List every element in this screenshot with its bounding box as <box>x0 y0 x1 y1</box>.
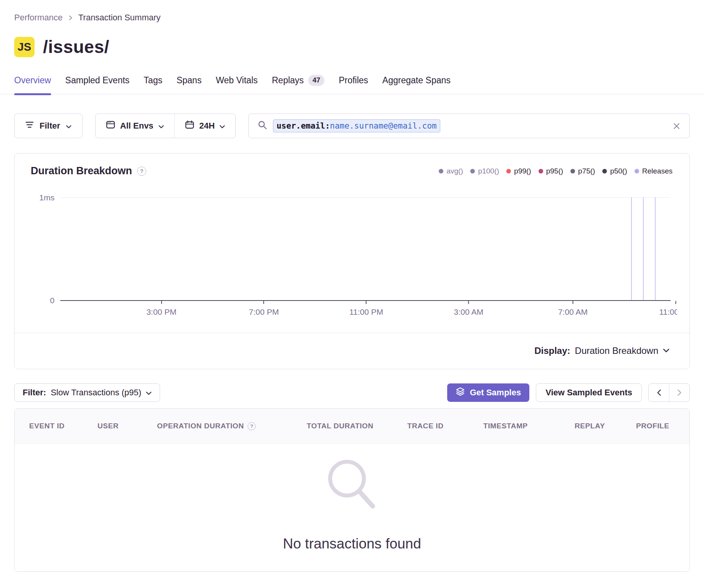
legend-item-p100[interactable]: p100() <box>470 167 499 175</box>
title-row: JS /issues/ <box>0 36 704 57</box>
release-marker-line[interactable] <box>631 197 632 301</box>
transactions-table: EVENT ID USER OPERATION DURATION ? TOTAL… <box>14 408 690 572</box>
help-icon[interactable]: ? <box>137 167 146 176</box>
chevron-down-icon <box>220 121 225 131</box>
legend-dot <box>470 169 475 173</box>
display-value: Duration Breakdown <box>575 345 658 356</box>
x-tick: 11:00 PM <box>349 301 383 317</box>
help-icon[interactable]: ? <box>248 422 256 430</box>
column-header-replay: REPLAY <box>575 422 636 430</box>
env-date-group: All Envs 24H <box>95 114 236 138</box>
legend-dot <box>602 169 607 173</box>
transaction-filter-selector[interactable]: Filter: Slow Transactions (p95) <box>14 383 160 402</box>
filter-button[interactable]: Filter <box>14 114 83 138</box>
legend-dot <box>635 169 639 173</box>
window-icon <box>106 121 115 131</box>
previous-page-button[interactable] <box>649 384 669 401</box>
x-tick: 7:00 AM <box>558 301 588 317</box>
search-icon <box>258 121 267 131</box>
tab-tags[interactable]: Tags <box>144 75 162 94</box>
chart-legend: avg() p100() p99() p95() p75() p50() Rel… <box>439 167 673 175</box>
chevron-down-icon <box>159 121 164 131</box>
legend-item-p99[interactable]: p99() <box>506 167 531 175</box>
chevron-right-icon <box>677 389 682 396</box>
x-tick: 7:00 PM <box>249 301 279 317</box>
column-header-user: USER <box>98 422 157 430</box>
transaction-filter-label: Filter: <box>23 388 46 398</box>
x-tick: 3:00 PM <box>146 301 176 317</box>
legend-item-p95[interactable]: p95() <box>539 167 563 175</box>
tab-sampled-events[interactable]: Sampled Events <box>65 75 129 94</box>
search-token[interactable]: user.email:name.surname@email.com <box>273 119 440 132</box>
search-input[interactable]: user.email:name.surname@email.com <box>248 114 690 138</box>
legend-item-p50[interactable]: p50() <box>602 167 627 175</box>
page-title: /issues/ <box>43 36 109 57</box>
legend-dot <box>539 169 543 173</box>
empty-search-icon <box>323 456 381 518</box>
column-header-event-id: EVENT ID <box>29 422 98 430</box>
legend-dot <box>570 169 575 173</box>
column-header-profile: PROFILE <box>636 422 675 430</box>
chevron-down-icon <box>66 121 71 131</box>
date-range-selector[interactable]: 24H <box>175 114 235 138</box>
samples-toolbar: Filter: Slow Transactions (p95) Get Samp… <box>14 383 690 402</box>
column-header-operation-duration: OPERATION DURATION ? <box>157 422 307 430</box>
chevron-down-icon <box>146 388 152 398</box>
tab-overview[interactable]: Overview <box>14 75 51 94</box>
environment-selector[interactable]: All Envs <box>96 114 174 138</box>
chevron-left-icon <box>657 389 661 396</box>
next-page-button[interactable] <box>669 384 689 401</box>
pagination <box>648 383 690 402</box>
replays-count-badge: 47 <box>308 75 324 86</box>
legend-dot <box>439 169 443 173</box>
legend-dot <box>506 169 511 173</box>
transaction-filter-value: Slow Transactions (p95) <box>51 388 141 398</box>
tab-bar: Overview Sampled Events Tags Spans Web V… <box>0 75 704 94</box>
column-header-trace-id: TRACE ID <box>407 422 483 430</box>
legend-item-p75[interactable]: p75() <box>570 167 595 175</box>
tab-spans[interactable]: Spans <box>177 75 202 94</box>
tab-web-vitals[interactable]: Web Vitals <box>216 75 258 94</box>
search-token-value: name.surname@email.com <box>330 121 437 130</box>
tab-aggregate-spans[interactable]: Aggregate Spans <box>382 75 451 94</box>
tab-replays[interactable]: Replays 47 <box>272 75 324 94</box>
legend-item-releases[interactable]: Releases <box>635 167 673 175</box>
release-marker-line[interactable] <box>643 197 644 301</box>
x-tick: 11:00 AM <box>659 301 677 317</box>
close-icon <box>673 122 680 130</box>
environment-label: All Envs <box>120 121 154 131</box>
column-header-timestamp: TIMESTAMP <box>483 422 575 430</box>
chart-title: Duration Breakdown <box>31 165 132 177</box>
gridline <box>60 197 671 198</box>
search-token-key: user.email: <box>276 121 330 130</box>
breadcrumb-chevron-icon <box>68 13 73 23</box>
view-sampled-events-button[interactable]: View Sampled Events <box>536 383 642 402</box>
table-empty-state: No transactions found <box>15 444 689 571</box>
get-samples-label: Get Samples <box>470 388 521 398</box>
filter-controls-row: Filter All Envs 24H <box>0 114 704 138</box>
date-range-label: 24H <box>199 121 215 131</box>
column-header-total-duration: TOTAL DURATION <box>307 422 407 430</box>
x-axis-labels: 3:00 PM 7:00 PM 11:00 PM 3:00 AM 7:00 AM… <box>60 301 677 323</box>
breadcrumb-transaction-summary: Transaction Summary <box>78 13 160 23</box>
chart-header: Duration Breakdown ? avg() p100() p99() … <box>15 154 689 177</box>
clear-search-button[interactable] <box>673 122 680 130</box>
samples-actions: Get Samples View Sampled Events <box>447 383 690 402</box>
table-header-row: EVENT ID USER OPERATION DURATION ? TOTAL… <box>15 409 689 444</box>
chart-plot-area: 1ms 0 3:00 PM 7:00 PM 11:00 PM 3:00 AM 7… <box>60 197 671 301</box>
get-samples-button[interactable]: Get Samples <box>447 383 529 402</box>
breadcrumb-performance[interactable]: Performance <box>14 13 63 23</box>
stack-icon <box>456 387 465 398</box>
release-marker-line[interactable] <box>655 197 656 301</box>
tab-profiles[interactable]: Profiles <box>339 75 368 94</box>
breadcrumb: Performance Transaction Summary <box>0 0 704 23</box>
y-axis-label-max: 1ms <box>39 193 55 202</box>
transaction-summary-page: Performance Transaction Summary JS /issu… <box>0 0 704 588</box>
y-axis-label-zero: 0 <box>50 296 55 305</box>
legend-item-avg[interactable]: avg() <box>439 167 463 175</box>
filter-icon <box>25 121 34 131</box>
platform-js-badge: JS <box>14 37 35 57</box>
display-selector[interactable]: Display: Duration Breakdown <box>15 332 689 369</box>
calendar-icon <box>185 121 194 131</box>
display-label: Display: <box>534 345 570 356</box>
